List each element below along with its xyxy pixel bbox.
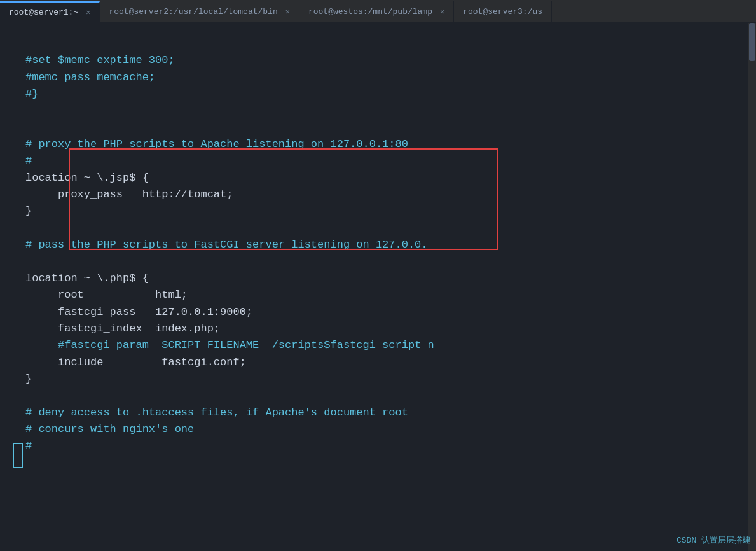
line-2: #memc_pass memcache; [25,71,155,83]
tab-westos[interactable]: root@westos:/mnt/pub/lamp ✕ [299,1,454,22]
line-21: # [25,440,32,452]
terminal-content: #set $memc_exptime 300; #memc_pass memca… [0,23,756,551]
line-8: location ~ \.jsp$ { [25,172,149,184]
tab-label-server1: root@server1:~ [9,8,78,17]
tab-close-server1[interactable]: ✕ [86,8,90,17]
line-17: include fastcgi.conf; [25,356,246,368]
line-7: # [25,155,32,167]
line-6: # proxy the PHP scripts to Apache listen… [25,138,408,150]
line-11: # pass the PHP scripts to FastCGI server… [25,239,428,251]
line-14: fastcgi_pass 127.0.0.1:9000; [25,306,252,318]
line-15: fastcgi_index index.php; [25,323,220,335]
tab-label-server2: root@server2:/usr/local/tomcat/bin [109,7,277,17]
line-1: #set $memc_exptime 300; [25,54,175,66]
tab-close-westos[interactable]: ✕ [440,7,444,17]
line-20: # concurs with nginx's one [25,423,194,435]
watermark: CSDN 认置层层搭建 [677,534,751,546]
tab-server3[interactable]: root@server3:/us [454,1,552,22]
line-19: # deny access to .htaccess files, if Apa… [25,407,408,419]
scrollbar-thumb[interactable] [749,23,755,61]
line-12: location ~ \.php$ { [25,272,149,284]
tab-bar: root@server1:~ ✕ root@server2:/usr/local… [0,0,756,23]
tab-label-westos: root@westos:/mnt/pub/lamp [308,7,432,17]
line-10: } [25,205,32,217]
line-18: } [25,373,32,385]
tab-label-server3: root@server3:/us [463,7,542,17]
tab-server2[interactable]: root@server2:/usr/local/tomcat/bin ✕ [100,1,299,22]
scrollbar-track[interactable] [748,23,756,551]
line-9: proxy_pass http://tomcat; [25,188,233,200]
code-display: #set $memc_exptime 300; #memc_pass memca… [25,36,756,471]
tab-close-server2[interactable]: ✕ [285,7,290,17]
tab-server1[interactable]: root@server1:~ ✕ [0,1,100,22]
line-13: root html; [25,289,188,301]
line-3: #} [25,88,38,100]
line-16: #fastcgi_param SCRIPT_FILENAME /scripts$… [25,339,434,351]
left-bracket-indicator [13,443,23,468]
